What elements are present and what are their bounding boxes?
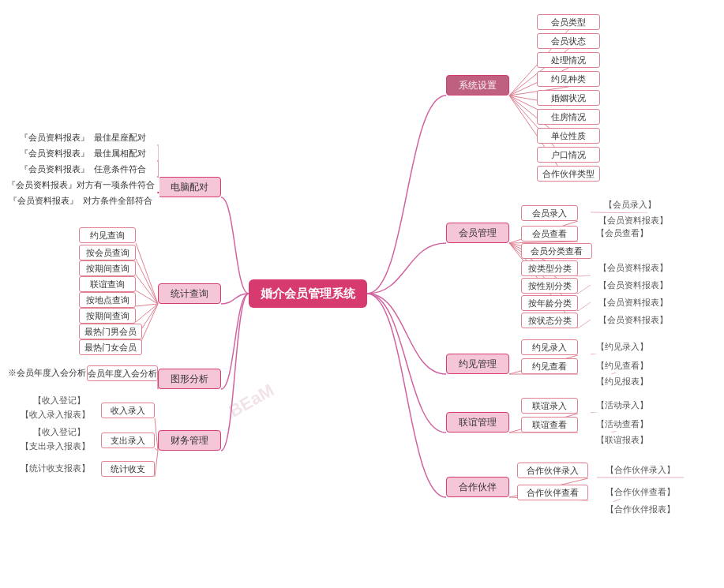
node-l2: 最热门男会员 [79,324,142,339]
node-l2: 合作伙伴查看 [517,485,588,500]
node-l3: 【收入录入报表】 [16,407,95,421]
node-hezuo: 合作伙伴 [446,477,509,497]
node-l2: 『会员资料报表』 最佳属相配对 [8,146,158,160]
svg-line-53 [136,304,158,322]
watermark: BEaM [226,380,278,421]
node-l3: 【合作伙伴录入】 [597,463,684,477]
node-liandao: 联谊管理 [446,412,509,433]
node-level2: 婚姻状况 [537,90,600,106]
node-level2: 会员状态 [537,33,600,49]
node-l3: 【会员查看】 [591,226,654,240]
svg-line-51 [136,290,158,304]
node-l3: 【约见报表】 [591,374,654,388]
node-l2: 联谊录入 [521,398,578,414]
node-level2: 住房情况 [537,109,600,125]
node-l2: 会员查看 [521,226,578,242]
node-yuejian: 约见管理 [446,354,509,374]
node-l2: 合作伙伴录入 [517,463,588,478]
node-l2: 按性别分类 [521,278,578,294]
node-l3: 【会员资料报表】 [591,260,676,275]
node-l2: 按期间查询 [79,260,136,276]
svg-line-49 [136,259,158,304]
node-l2: 按类型分类 [521,260,578,276]
node-l3: 【约见录入】 [591,339,654,354]
node-level2: 单位性质 [537,128,600,144]
node-l3: 【会员资料报表】 [591,295,676,309]
node-l3: 【会员资料报表】 [591,278,676,292]
node-huiyuan: 会员管理 [446,223,509,243]
node-l3: 【会员录入】 [591,197,670,212]
node-l3: 【会员资料报表】 [591,313,676,327]
node-tongjichaxun: 统计查询 [158,283,221,304]
node-l3: 【合作伙伴查看】 [597,485,684,499]
svg-line-52 [136,304,158,306]
node-level2: 合作伙伴类型 [537,166,600,182]
node-l2: 约见查看 [521,358,578,374]
node-diannaopeidui: 电脑配对 [158,177,221,197]
node-l2: 收入录入 [101,403,155,418]
node-tuxingfenxi: 图形分析 [158,369,221,389]
node-l2: 按地点查询 [79,292,136,308]
svg-line-19 [578,275,591,276]
node-l3: 【活动查看】 [591,417,654,431]
node-l2: ※会员年度入会分析※ [4,365,99,380]
node-l2: 支出录入 [101,433,155,448]
node-l3: 【收入登记】 [24,425,95,439]
svg-line-22 [578,320,591,328]
node-l2: 会员分类查看 [521,243,592,259]
node-l2: 『会员资料报表』 最佳星座配对 [8,130,158,144]
node-l2: 联谊查询 [79,276,136,292]
node-l2: 按期间查询 [79,308,136,324]
svg-line-21 [578,302,591,311]
node-l2: 按年龄分类 [521,295,578,311]
node-l3: 【活动录入】 [591,398,654,412]
node-l2: 『会员资料报表』对方有一项条件符合 [2,178,159,192]
node-l3: 【合作伙伴报表】 [597,502,684,516]
svg-line-20 [578,285,591,294]
node-l2: 『会员资料报表』 对方条件全部符合 [2,193,159,208]
node-l3: 【统计收支报表】 [16,461,95,475]
node-l3: 【收入登记】 [24,393,95,407]
node-l3: 【约见查看】 [591,358,654,373]
node-l2: 约见录入 [521,339,578,355]
center-node: 婚介会员管理系统 [249,279,367,308]
node-level2: 会员类型 [537,14,600,30]
svg-line-50 [136,275,158,304]
node-l2: 最热门女会员 [79,339,142,355]
node-l2: 联谊查看 [521,417,578,433]
node-l2: 按会员查询 [79,245,136,260]
mindmap-canvas: BEaM 婚介会员管理系统 系统设置 会员类型 会员状态 处理情况 约见种类 婚… [0,0,724,588]
node-caiwuguanli: 财务管理 [158,430,221,451]
node-l2: 会员录入 [521,205,578,221]
node-l2: 『会员资料报表』 任意条件符合 [8,162,158,176]
svg-line-48 [136,243,158,304]
node-l2: 会员年度入会分析 [87,365,158,381]
node-l3: 【支出录入报表】 [16,439,95,453]
node-xitong: 系统设置 [446,75,509,96]
node-l2: 按状态分类 [521,313,578,328]
node-l2: 约见查询 [79,227,136,243]
node-level2: 户口情况 [537,147,600,163]
node-l2: 统计收支 [101,461,155,477]
node-level2: 处理情况 [537,52,600,68]
svg-line-60 [155,451,158,477]
node-level2: 约见种类 [537,71,600,87]
node-l3: 【联谊报表】 [591,433,654,447]
